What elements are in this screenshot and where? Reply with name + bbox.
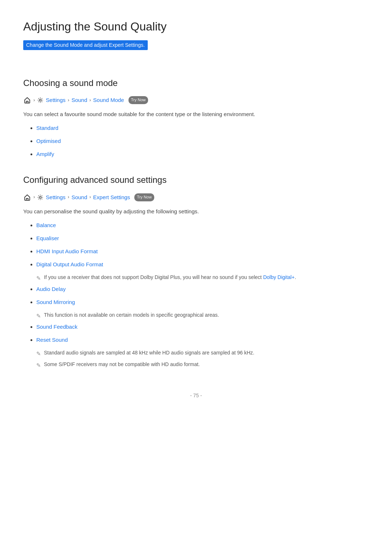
breadcrumb-1: › Settings › Sound › Sound Mode Try Now bbox=[23, 96, 369, 104]
home-icon-2 bbox=[23, 193, 31, 201]
digital-output-link[interactable]: Digital Output Audio Format bbox=[36, 261, 103, 267]
chevron-icon-1: › bbox=[33, 97, 35, 104]
try-now-badge-1[interactable]: Try Now bbox=[128, 96, 148, 104]
equaliser-link[interactable]: Equaliser bbox=[36, 235, 59, 241]
try-now-badge-2[interactable]: Try Now bbox=[134, 193, 154, 201]
list-item: Standard bbox=[36, 124, 369, 132]
chevron-icon-5: › bbox=[68, 193, 69, 201]
sound-feedback-link[interactable]: Sound Feedback bbox=[36, 324, 77, 330]
home-icon bbox=[23, 96, 31, 104]
section2-list-continued: Audio Delay Sound Mirroring bbox=[23, 285, 369, 307]
section1-title: Choosing a sound mode bbox=[23, 76, 369, 90]
standard-link[interactable]: Standard bbox=[36, 125, 58, 131]
page-footer: - 75 - bbox=[23, 391, 369, 399]
note-sound-mirroring: ✎ This function is not available on cert… bbox=[36, 311, 369, 320]
list-item-balance: Balance bbox=[36, 221, 369, 230]
section1-body: You can select a favourite sound mode su… bbox=[23, 110, 369, 119]
audio-delay-link[interactable]: Audio Delay bbox=[36, 286, 66, 292]
breadcrumb-settings-1[interactable]: Settings bbox=[46, 96, 65, 104]
section2-body: You can personalise the sound quality by… bbox=[23, 207, 369, 216]
breadcrumb-sound-1[interactable]: Sound bbox=[72, 96, 87, 104]
note-reset-sound-text-2: Some S/PDIF receivers may not be compati… bbox=[44, 360, 200, 368]
note-reset-sound-text-1: Standard audio signals are sampled at 48… bbox=[44, 349, 254, 357]
note-digital-output: ✎ If you use a receiver that does not su… bbox=[36, 273, 369, 283]
list-item-sound-feedback: Sound Feedback bbox=[36, 323, 369, 331]
reset-sound-link[interactable]: Reset Sound bbox=[36, 337, 68, 343]
chevron-icon-2: › bbox=[68, 97, 69, 104]
pencil-icon-3: ✎ bbox=[36, 349, 41, 358]
list-item-reset-sound: Reset Sound bbox=[36, 336, 369, 344]
chevron-icon-3: › bbox=[89, 97, 91, 104]
chevron-icon-4: › bbox=[33, 193, 35, 201]
breadcrumb-2: › Settings › Sound › Expert Settings Try… bbox=[23, 193, 369, 202]
amplify-link[interactable]: Amplify bbox=[36, 151, 54, 157]
optimised-link[interactable]: Optimised bbox=[36, 138, 61, 144]
note-reset-sound-2: ✎ Some S/PDIF receivers may not be compa… bbox=[36, 360, 369, 370]
section2-list: Balance Equaliser HDMI Input Audio Forma… bbox=[23, 221, 369, 269]
section1-list: Standard Optimised Amplify bbox=[23, 124, 369, 159]
sound-mirroring-link[interactable]: Sound Mirroring bbox=[36, 299, 75, 305]
pencil-icon-4: ✎ bbox=[36, 361, 41, 370]
list-item-sound-mirroring: Sound Mirroring bbox=[36, 298, 369, 307]
list-item-digital-output: Digital Output Audio Format bbox=[36, 260, 369, 269]
list-item-audio-delay: Audio Delay bbox=[36, 285, 369, 294]
section2-list-end: Sound Feedback Reset Sound bbox=[23, 323, 369, 344]
pencil-icon-2: ✎ bbox=[36, 312, 41, 320]
subtitle-highlight: Change the Sound Mode and adjust Expert … bbox=[23, 40, 148, 50]
list-item-equaliser: Equaliser bbox=[36, 234, 369, 243]
breadcrumb-sound-2[interactable]: Sound bbox=[72, 193, 87, 202]
note-digital-output-text: If you use a receiver that does not supp… bbox=[44, 273, 296, 281]
pencil-icon-1: ✎ bbox=[36, 274, 41, 283]
page-title: Adjusting the Sound Quality bbox=[23, 17, 369, 36]
settings-gear-icon-1 bbox=[37, 97, 44, 103]
list-item: Amplify bbox=[36, 150, 369, 159]
note-sound-mirroring-text: This function is not available on certai… bbox=[44, 311, 219, 319]
hdmi-audio-link[interactable]: HDMI Input Audio Format bbox=[36, 248, 98, 254]
note-reset-sound-1: ✎ Standard audio signals are sampled at … bbox=[36, 349, 369, 358]
list-item: Optimised bbox=[36, 137, 369, 145]
dolby-digital-plus-link[interactable]: Dolby Digital+ bbox=[263, 274, 295, 280]
breadcrumb-current-1[interactable]: Sound Mode bbox=[93, 96, 124, 104]
svg-point-0 bbox=[40, 99, 41, 101]
settings-gear-icon-2 bbox=[37, 194, 44, 201]
breadcrumb-current-2[interactable]: Expert Settings bbox=[93, 193, 130, 202]
chevron-icon-6: › bbox=[89, 193, 91, 201]
balance-link[interactable]: Balance bbox=[36, 222, 56, 228]
list-item-hdmi: HDMI Input Audio Format bbox=[36, 247, 369, 256]
breadcrumb-settings-2[interactable]: Settings bbox=[46, 193, 65, 202]
section2-title: Configuring advanced sound settings bbox=[23, 173, 369, 187]
svg-point-1 bbox=[40, 196, 41, 198]
